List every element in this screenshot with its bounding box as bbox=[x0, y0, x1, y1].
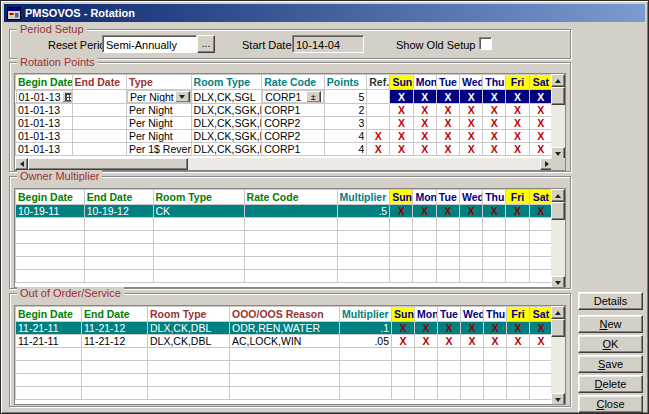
owner-cell-0-room-type[interactable]: CK bbox=[153, 205, 244, 218]
ooo-cell-5-begin-date[interactable] bbox=[16, 387, 82, 400]
ooo-cell-4-sat[interactable] bbox=[530, 374, 553, 387]
ooo-cell-5-thu[interactable] bbox=[484, 387, 507, 400]
scrollbar-thumb[interactable] bbox=[551, 319, 565, 337]
scrollbar-thumb[interactable] bbox=[551, 87, 565, 105]
rotation-cell-3-tue[interactable]: X bbox=[436, 130, 459, 143]
owner-cell-4-end-date[interactable] bbox=[84, 257, 153, 270]
rotation-cell-4-mon[interactable]: X bbox=[413, 143, 436, 156]
owner-cell-5-mon[interactable] bbox=[413, 270, 436, 283]
ooo-cell-5-mon[interactable] bbox=[415, 387, 438, 400]
rotation-cell-4-tue[interactable]: X bbox=[436, 143, 459, 156]
rotation-cell-3-begin-date[interactable]: 01-01-13 bbox=[16, 130, 73, 143]
rotation-cell-3-ref[interactable]: X bbox=[367, 130, 390, 143]
rotation-cell-4-sat[interactable]: X bbox=[529, 143, 552, 156]
owner-cell-4-thu[interactable] bbox=[483, 257, 506, 270]
rotation-cell-0-tue[interactable]: X bbox=[436, 90, 459, 104]
rotation-row-0[interactable]: 01-01-13Per NightDLX,CK,SGLCORP1±5XXXXXX… bbox=[16, 90, 553, 104]
ooo-cell-0-wed[interactable]: X bbox=[461, 322, 484, 335]
owner-cell-2-multiplier[interactable] bbox=[337, 231, 390, 244]
ooo-cell-1-end-date[interactable]: 11-21-12 bbox=[82, 335, 148, 348]
ooo-cell-3-end-date[interactable] bbox=[82, 361, 148, 374]
ooo-cell-0-mon[interactable]: X bbox=[415, 322, 438, 335]
owner-cell-0-thu[interactable]: X bbox=[483, 205, 506, 218]
rotation-cell-1-room-type[interactable]: DLX,CK,SGK,K bbox=[191, 104, 262, 117]
ooo-cell-1-sat[interactable]: X bbox=[530, 335, 553, 348]
rotation-cell-4-rate-code[interactable]: CORP1 bbox=[262, 143, 325, 156]
rotation-cell-4-fri[interactable]: X bbox=[506, 143, 529, 156]
owner-cell-0-tue[interactable]: X bbox=[436, 205, 459, 218]
owner-cell-1-sun[interactable] bbox=[390, 218, 413, 231]
rotation-vertical-scrollbar[interactable] bbox=[551, 74, 565, 160]
scroll-up-button[interactable] bbox=[551, 74, 565, 87]
rotation-cell-3-sun[interactable]: X bbox=[390, 130, 413, 143]
rotation-cell-0-room-type[interactable]: DLX,CK,SGL bbox=[191, 90, 262, 104]
ooo-cell-2-end-date[interactable] bbox=[82, 348, 148, 361]
rotation-cell-2-sun[interactable]: X bbox=[390, 117, 413, 130]
owner-cell-3-rate-code[interactable] bbox=[244, 244, 337, 257]
rotation-cell-0-begin-date[interactable]: 01-01-13 bbox=[16, 90, 72, 103]
owner-cell-0-begin-date[interactable]: 10-19-11 bbox=[16, 205, 85, 218]
ooo-cell-0-reason[interactable]: ODR,REN,WATER bbox=[230, 322, 340, 335]
ooo-cell-4-reason[interactable] bbox=[230, 374, 340, 387]
ooo-cell-3-thu[interactable] bbox=[484, 361, 507, 374]
rotation-cell-3-rate-code[interactable]: CORP2 bbox=[262, 130, 325, 143]
rotation-cell-3-wed[interactable]: X bbox=[460, 130, 483, 143]
rotation-cell-0-points[interactable]: 5 bbox=[324, 90, 366, 104]
rotation-cell-0-sun[interactable]: X bbox=[390, 90, 413, 104]
scrollbar-track[interactable] bbox=[28, 158, 540, 170]
owner-cell-4-wed[interactable] bbox=[459, 257, 482, 270]
type-dropdown-button[interactable] bbox=[175, 91, 190, 103]
owner-cell-1-mon[interactable] bbox=[413, 218, 436, 231]
ooo-cell-1-tue[interactable]: X bbox=[438, 335, 461, 348]
rotation-cell-4-room-type[interactable]: DLX,CK,SGK,K bbox=[191, 143, 262, 156]
rotation-row-4[interactable]: 01-01-13Per 1$ RevenuDLX,CK,SGK,KCORP14X… bbox=[16, 143, 553, 156]
ooo-cell-0-room-type[interactable]: DLX,CK,DBL bbox=[148, 322, 230, 335]
rotation-cell-0-thu[interactable]: X bbox=[483, 90, 506, 104]
owner-cell-2-fri[interactable] bbox=[506, 231, 529, 244]
owner-cell-1-multiplier[interactable] bbox=[337, 218, 390, 231]
titlebar[interactable]: PMSOVOS - Rotation bbox=[4, 4, 645, 22]
rotation-cell-0-end-date[interactable] bbox=[72, 90, 127, 104]
owner-cell-3-tue[interactable] bbox=[436, 244, 459, 257]
ooo-cell-4-mon[interactable] bbox=[415, 374, 438, 387]
ooo-cell-0-fri[interactable]: X bbox=[507, 322, 530, 335]
owner-cell-1-end-date[interactable] bbox=[84, 218, 153, 231]
owner-cell-2-begin-date[interactable] bbox=[16, 231, 85, 244]
save-button[interactable]: Save bbox=[578, 355, 643, 373]
rotation-cell-4-sun[interactable]: X bbox=[390, 143, 413, 156]
owner-cell-0-sun[interactable]: X bbox=[390, 205, 413, 218]
owner-cell-4-room-type[interactable] bbox=[153, 257, 244, 270]
owner-cell-2-rate-code[interactable] bbox=[244, 231, 337, 244]
begin-date-picker-button[interactable] bbox=[62, 91, 72, 103]
owner-cell-1-fri[interactable] bbox=[506, 218, 529, 231]
show-old-setup-checkbox[interactable] bbox=[479, 37, 492, 50]
ooo-cell-3-begin-date[interactable] bbox=[16, 361, 82, 374]
ooo-cell-3-multiplier[interactable] bbox=[340, 361, 392, 374]
owner-row-0[interactable]: 10-19-1110-19-12CK.5XXXXXXX bbox=[16, 205, 553, 218]
rotation-cell-4-end-date[interactable] bbox=[72, 143, 127, 156]
ooo-cell-2-sun[interactable] bbox=[392, 348, 415, 361]
owner-cell-3-room-type[interactable] bbox=[153, 244, 244, 257]
rotation-cell-3-sat[interactable]: X bbox=[529, 130, 552, 143]
ooo-cell-1-wed[interactable]: X bbox=[461, 335, 484, 348]
owner-cell-3-sat[interactable] bbox=[529, 244, 552, 257]
rotation-cell-3-thu[interactable]: X bbox=[483, 130, 506, 143]
owner-cell-5-rate-code[interactable] bbox=[244, 270, 337, 283]
rotation-cell-4-type[interactable]: Per 1$ Revenu bbox=[127, 143, 192, 156]
rotation-cell-2-end-date[interactable] bbox=[72, 117, 127, 130]
rotation-cell-2-rate-code[interactable]: CORP2 bbox=[262, 117, 325, 130]
rotation-row-2[interactable]: 01-01-13Per NightDLX,CK,SGK,KCORP23XXXXX… bbox=[16, 117, 553, 130]
ooo-cell-5-end-date[interactable] bbox=[82, 387, 148, 400]
ooo-cell-4-begin-date[interactable] bbox=[16, 374, 82, 387]
ooo-cell-1-reason[interactable]: AC,LOCK,WIN bbox=[230, 335, 340, 348]
rotation-cell-3-points[interactable]: 4 bbox=[324, 130, 366, 143]
rotation-cell-0-wed[interactable]: X bbox=[460, 90, 483, 104]
rotation-cell-2-mon[interactable]: X bbox=[413, 117, 436, 130]
owner-cell-2-wed[interactable] bbox=[459, 231, 482, 244]
rate-code-browse-button[interactable]: ± bbox=[306, 91, 321, 103]
rotation-cell-1-tue[interactable]: X bbox=[436, 104, 459, 117]
ooo-cell-4-tue[interactable] bbox=[438, 374, 461, 387]
ooo-cell-5-fri[interactable] bbox=[507, 387, 530, 400]
ooo-cell-0-sat[interactable]: X bbox=[530, 322, 553, 335]
ooo-vertical-scrollbar[interactable] bbox=[551, 306, 565, 405]
